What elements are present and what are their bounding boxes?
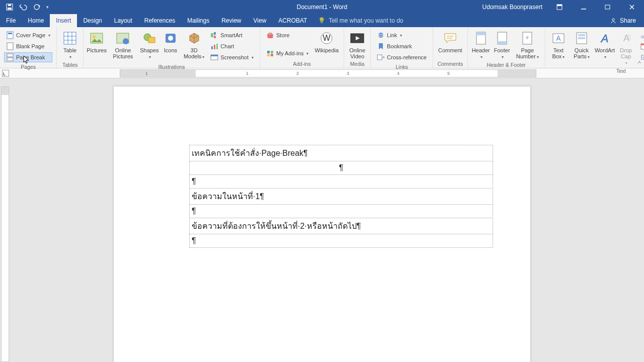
smartart-button[interactable]: SmartArt: [208, 30, 256, 40]
svg-rect-12: [8, 33, 12, 34]
chart-button[interactable]: Chart: [208, 41, 256, 51]
maximize-icon[interactable]: [598, 0, 618, 14]
svg-point-44: [378, 33, 383, 38]
svg-text:A: A: [556, 34, 561, 42]
group-text-label: Text: [548, 67, 644, 74]
text-line[interactable]: ¶: [189, 174, 493, 189]
ribbon-display-icon[interactable]: [549, 0, 570, 14]
text-line[interactable]: เทคนิคการใช้คำสั่ง·Page·Break¶: [189, 145, 493, 161]
header-button[interactable]: Header▾: [471, 29, 491, 61]
cross-reference-button[interactable]: Cross-reference: [375, 52, 429, 62]
group-comments: Comment Comments: [433, 27, 468, 68]
comment-button[interactable]: Comment: [436, 29, 464, 54]
screenshot-icon: [210, 53, 218, 61]
svg-rect-58: [578, 34, 585, 36]
store-icon: [266, 31, 274, 39]
tell-me-placeholder: Tell me what you want to do: [329, 17, 403, 24]
tab-design[interactable]: Design: [77, 14, 108, 27]
share-button[interactable]: Share: [610, 14, 644, 27]
tab-insert[interactable]: Insert: [50, 14, 77, 27]
signature-icon: [640, 31, 644, 39]
group-illustrations: Pictures Online Pictures Shapes▾ Icons 3…: [84, 27, 260, 68]
cover-page-button[interactable]: Cover Page▾: [4, 30, 52, 40]
blank-page-button[interactable]: Blank Page: [4, 41, 52, 51]
svg-text:W: W: [323, 34, 331, 42]
group-addins-label: Add-ins: [263, 60, 341, 67]
3d-models-button[interactable]: 3D Models▾: [182, 29, 206, 61]
svg-text:A: A: [600, 32, 609, 44]
drop-cap-button[interactable]: ADrop Cap▾: [616, 29, 636, 67]
quickparts-icon: [574, 30, 590, 46]
vertical-ruler[interactable]: [1, 86, 9, 362]
undo-icon[interactable]: [19, 4, 27, 11]
group-tables-label: Tables: [60, 61, 80, 68]
group-tables: Table▾ Tables: [57, 27, 84, 68]
svg-point-3: [34, 5, 39, 10]
collapse-ribbon-icon[interactable]: ㅅ: [637, 59, 642, 66]
footer-button[interactable]: Footer▾: [492, 29, 512, 61]
tab-selector[interactable]: L: [2, 70, 9, 77]
document-body[interactable]: เทคนิคการใช้คำสั่ง·Page·Break¶ ¶ ¶ ข้อคว…: [189, 145, 493, 247]
group-pages-label: Pages: [3, 63, 53, 70]
svg-rect-16: [64, 32, 76, 44]
tab-view[interactable]: View: [248, 14, 273, 27]
bookmark-button[interactable]: Bookmark: [375, 41, 429, 51]
pictures-button[interactable]: Pictures: [87, 29, 107, 54]
text-line[interactable]: ¶: [189, 204, 493, 218]
horizontal-ruler[interactable]: 1 1 2 3 4 5: [120, 69, 536, 77]
text-box-button[interactable]: AText Box▾: [548, 29, 569, 61]
minimize-icon[interactable]: [574, 0, 594, 14]
text-line[interactable]: ข้อความที่ต้องการให้ขึ้นหน้าที่·2·หรือหน…: [189, 218, 493, 234]
svg-rect-1: [8, 4, 11, 6]
tab-file[interactable]: File: [0, 14, 22, 27]
text-line[interactable]: ¶: [189, 234, 493, 248]
ribbon: Cover Page▾ Blank Page Page Break Pages …: [0, 27, 644, 68]
svg-rect-37: [267, 51, 270, 53]
svg-rect-59: [578, 37, 585, 39]
link-button[interactable]: Link▾: [375, 30, 429, 40]
tab-acrobat[interactable]: ACROBAT: [272, 14, 313, 27]
table-button[interactable]: Table▾: [60, 29, 80, 61]
redo-icon[interactable]: [33, 4, 40, 11]
online-pictures-icon: [115, 30, 131, 46]
wordart-button[interactable]: AWordArt▾: [595, 29, 615, 61]
text-line[interactable]: ¶: [189, 161, 493, 175]
close-icon[interactable]: [622, 0, 642, 14]
svg-rect-32: [211, 46, 213, 49]
screenshot-button[interactable]: Screenshot▾: [208, 52, 256, 62]
tab-layout[interactable]: Layout: [108, 14, 138, 27]
tell-me-search[interactable]: 💡 Tell me what you want to do: [313, 14, 408, 27]
tab-references[interactable]: References: [138, 14, 181, 27]
addins-icon: [266, 49, 274, 57]
icons-button[interactable]: Icons: [160, 29, 181, 54]
page-number-button[interactable]: #Page Number▾: [513, 29, 542, 61]
page-break-button[interactable]: Page Break: [4, 52, 52, 62]
svg-rect-36: [211, 55, 218, 56]
quick-parts-button[interactable]: Quick Parts▾: [570, 29, 594, 61]
svg-rect-26: [148, 37, 155, 43]
online-pictures-button[interactable]: Online Pictures: [108, 29, 138, 60]
text-line[interactable]: ข้อความในหน้าที่·1¶: [189, 188, 493, 205]
online-video-button[interactable]: Online Video: [347, 29, 367, 60]
svg-rect-33: [214, 45, 215, 49]
qat-more-icon[interactable]: ▾: [46, 5, 49, 10]
group-text: AText Box▾ Quick Parts▾ AWordArt▾ ADrop …: [545, 27, 644, 68]
wikipedia-button[interactable]: W Wikipedia: [312, 29, 341, 54]
date-time-button[interactable]: Date & Time: [638, 41, 644, 51]
svg-rect-67: [641, 44, 644, 45]
signature-line-button[interactable]: Signature Line▾: [638, 30, 644, 40]
user-name[interactable]: Udomsak Boonprasert: [482, 4, 542, 11]
wordart-icon: A: [597, 30, 613, 46]
svg-rect-50: [476, 32, 486, 35]
svg-rect-31: [214, 36, 216, 38]
tab-mailings[interactable]: Mailings: [181, 14, 215, 27]
cover-page-icon: [6, 31, 14, 39]
page[interactable]: เทคนิคการใช้คำสั่ง·Page·Break¶ ¶ ¶ ข้อคว…: [114, 86, 530, 362]
document-canvas: เทคนิคการใช้คำสั่ง·Page·Break¶ ¶ ¶ ข้อคว…: [0, 78, 644, 362]
tab-review[interactable]: Review: [215, 14, 247, 27]
my-addins-button[interactable]: My Add-ins▾: [264, 48, 310, 58]
shapes-button[interactable]: Shapes▾: [139, 29, 159, 61]
save-icon[interactable]: [6, 4, 13, 11]
tab-home[interactable]: Home: [22, 14, 50, 27]
store-button[interactable]: Store: [264, 30, 310, 40]
